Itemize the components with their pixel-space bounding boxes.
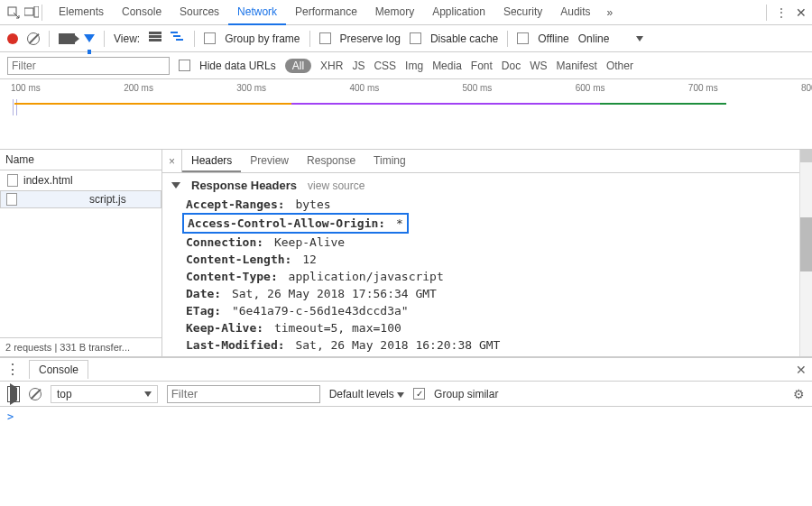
header-row: Date: Sat, 26 May 2018 17:56:34 GMT bbox=[171, 285, 803, 302]
header-value: application/javascript bbox=[281, 270, 444, 283]
timeline-seg-green bbox=[600, 103, 726, 105]
drawer-menu-icon[interactable]: ⋮ bbox=[5, 361, 20, 378]
separator bbox=[42, 5, 42, 21]
execute-icon[interactable] bbox=[7, 386, 20, 402]
group-similar-checkbox[interactable] bbox=[413, 388, 425, 400]
console-drawer: ⋮ Console ✕ top Default levels Group sim… bbox=[0, 357, 812, 427]
tab-security[interactable]: Security bbox=[494, 0, 551, 25]
more-tabs-icon[interactable]: » bbox=[607, 6, 614, 19]
timeline[interactable]: 100 ms200 ms300 ms400 ms500 ms600 ms700 … bbox=[0, 79, 812, 150]
preserve-log-checkbox[interactable] bbox=[319, 32, 331, 44]
detail-tab-headers[interactable]: Headers bbox=[182, 151, 241, 172]
svg-rect-8 bbox=[176, 39, 183, 41]
settings-icon[interactable]: ⚙ bbox=[793, 387, 805, 401]
header-row: Content-Length: 12 bbox=[171, 251, 803, 268]
header-row: Keep-Alive: timeout=5, max=100 bbox=[171, 319, 803, 336]
filter-type-other[interactable]: Other bbox=[606, 60, 633, 72]
filter-type-doc[interactable]: Doc bbox=[502, 60, 521, 72]
filter-icon[interactable] bbox=[84, 34, 95, 42]
header-row: Access-Control-Allow-Origin: * bbox=[182, 213, 409, 234]
header-value: timeout=5, max=100 bbox=[267, 321, 401, 335]
tab-memory[interactable]: Memory bbox=[366, 0, 423, 25]
network-toolbar: View: Group by frame Preserve log Disabl… bbox=[0, 25, 812, 52]
filter-type-img[interactable]: Img bbox=[405, 60, 423, 72]
tab-sources[interactable]: Sources bbox=[171, 0, 228, 25]
detail-tab-timing[interactable]: Timing bbox=[364, 151, 415, 172]
header-row: Last-Modified: Sat, 26 May 2018 16:20:38… bbox=[171, 336, 803, 354]
filter-type-js[interactable]: JS bbox=[352, 60, 364, 72]
svg-rect-5 bbox=[149, 39, 161, 41]
header-value: "6e41a79-c-56d1e43dccd3a" bbox=[225, 304, 409, 317]
kebab-icon[interactable]: ⋮ bbox=[776, 6, 787, 19]
section-title: Response Headers bbox=[191, 179, 297, 192]
separator bbox=[309, 31, 310, 47]
tab-console[interactable]: Console bbox=[113, 0, 171, 25]
header-row: Connection: Keep-Alive bbox=[171, 234, 803, 251]
request-row[interactable]: script.js bbox=[0, 190, 161, 208]
screenshot-icon[interactable] bbox=[59, 33, 75, 44]
tab-elements[interactable]: Elements bbox=[50, 0, 113, 25]
detail-tab-preview[interactable]: Preview bbox=[241, 151, 298, 172]
separator bbox=[507, 31, 508, 47]
filter-type-all[interactable]: All bbox=[285, 59, 311, 73]
preserve-log-label: Preserve log bbox=[340, 32, 401, 45]
timeline-seg-purple bbox=[291, 103, 600, 105]
request-list: Name index.htmlscript.js 2 requests | 33… bbox=[0, 150, 162, 356]
context-value: top bbox=[57, 388, 72, 400]
clear-console-icon[interactable] bbox=[29, 388, 42, 400]
filter-bar: Hide data URLs AllXHRJSCSSImgMediaFontDo… bbox=[0, 52, 812, 79]
header-value: 12 bbox=[295, 253, 316, 266]
requests-pane: Name index.htmlscript.js 2 requests | 33… bbox=[0, 150, 812, 357]
console-tab[interactable]: Console bbox=[29, 360, 88, 379]
record-icon[interactable] bbox=[7, 33, 18, 44]
tab-audits[interactable]: Audits bbox=[551, 0, 599, 25]
disable-cache-checkbox[interactable] bbox=[410, 32, 421, 44]
inspect-icon[interactable] bbox=[5, 5, 22, 21]
console-prompt[interactable]: > bbox=[0, 407, 812, 427]
clear-icon[interactable] bbox=[27, 32, 40, 45]
chevron-down-icon bbox=[144, 391, 152, 397]
group-by-frame-checkbox[interactable] bbox=[204, 32, 216, 44]
response-headers-section[interactable]: Response Headers view source bbox=[171, 179, 803, 192]
request-name: index.html bbox=[23, 174, 73, 187]
disclosure-triangle-icon[interactable] bbox=[171, 182, 180, 189]
hide-data-urls-label: Hide data URLs bbox=[199, 60, 276, 72]
tab-performance[interactable]: Performance bbox=[286, 0, 366, 25]
separator bbox=[766, 5, 767, 21]
request-row[interactable]: index.html bbox=[0, 170, 161, 190]
chevron-down-icon bbox=[397, 392, 404, 398]
scrollbar[interactable] bbox=[799, 150, 812, 356]
log-levels[interactable]: Default levels bbox=[329, 388, 404, 400]
close-icon[interactable]: ✕ bbox=[796, 5, 807, 20]
filter-input[interactable] bbox=[7, 57, 170, 75]
filter-type-manifest[interactable]: Manifest bbox=[557, 60, 597, 72]
header-value: Sat, 26 May 2018 17:56:34 GMT bbox=[225, 287, 437, 300]
filter-type-font[interactable]: Font bbox=[471, 60, 493, 72]
filter-type-media[interactable]: Media bbox=[432, 60, 462, 72]
tab-application[interactable]: Application bbox=[423, 0, 494, 25]
throttle-chevron-icon[interactable] bbox=[636, 36, 643, 41]
hide-data-urls-checkbox[interactable] bbox=[179, 60, 190, 71]
close-drawer-icon[interactable]: ✕ bbox=[796, 363, 807, 377]
console-filter-input[interactable] bbox=[167, 385, 320, 403]
filter-type-ws[interactable]: WS bbox=[530, 60, 547, 72]
context-selector[interactable]: top bbox=[51, 385, 158, 403]
throttle-label[interactable]: Online bbox=[578, 32, 610, 45]
header-row: Content-Type: application/javascript bbox=[171, 268, 803, 285]
file-icon bbox=[6, 193, 17, 206]
offline-checkbox[interactable] bbox=[517, 32, 529, 44]
large-rows-icon[interactable] bbox=[149, 32, 161, 45]
waterfall-icon[interactable] bbox=[171, 32, 185, 45]
filter-type-css[interactable]: CSS bbox=[374, 60, 396, 72]
tab-network[interactable]: Network bbox=[228, 0, 286, 25]
filter-type-xhr[interactable]: XHR bbox=[320, 60, 343, 72]
view-source-link[interactable]: view source bbox=[308, 179, 364, 192]
panel-tabs: ElementsConsoleSourcesNetworkPerformance… bbox=[50, 0, 600, 25]
view-label: View: bbox=[114, 32, 140, 45]
svg-rect-1 bbox=[24, 8, 33, 15]
device-icon[interactable] bbox=[23, 5, 40, 21]
request-list-header[interactable]: Name bbox=[0, 150, 161, 170]
detail-tabs: × HeadersPreviewResponseTiming bbox=[162, 150, 812, 173]
detail-tab-response[interactable]: Response bbox=[298, 151, 364, 172]
close-detail-icon[interactable]: × bbox=[162, 150, 182, 172]
